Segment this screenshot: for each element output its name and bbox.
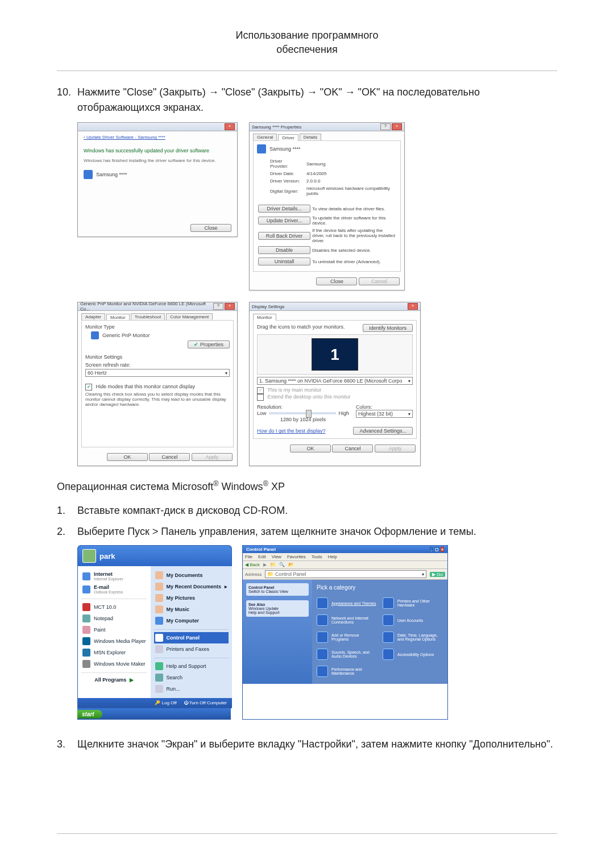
menu-help[interactable]: Help	[327, 554, 337, 559]
start-item-help[interactable]: Help and Support	[154, 661, 229, 672]
best-display-link[interactable]: How do I get the best display?	[257, 428, 326, 434]
cat-sounds[interactable]: Sounds, Speech, and Audio Devices	[317, 646, 377, 662]
monitor-select[interactable]: 1. Samsung **** on NVIDIA GeForce 6600 L…	[257, 377, 413, 385]
folder-icon	[155, 605, 163, 613]
folders-icon[interactable]: 📂	[288, 562, 294, 567]
go-button[interactable]: ▶ Go	[430, 572, 445, 577]
search-icon[interactable]: 🔍	[279, 562, 285, 567]
start-item-mct[interactable]: MCT 10.0	[81, 601, 147, 613]
start-item-music[interactable]: My Music	[154, 604, 229, 615]
tab-monitor[interactable]: Monitor	[253, 314, 276, 321]
ok-button[interactable]: OK	[107, 453, 148, 461]
start-item-email[interactable]: E-mailOutlook Express	[81, 583, 147, 596]
disable-button[interactable]: Disable	[258, 246, 310, 254]
tab-driver[interactable]: Driver	[278, 134, 298, 141]
properties-button[interactable]: ✔ Properties	[188, 340, 230, 348]
windows-update-link[interactable]: Windows Update	[248, 607, 279, 610]
start-item-printers[interactable]: Printers and Faxes	[154, 643, 229, 655]
cancel-button[interactable]: Cancel	[332, 445, 373, 452]
start-item-control-panel[interactable]: Control Panel	[154, 632, 229, 643]
help-support-link[interactable]: Help and Support	[248, 610, 279, 614]
chevron-right-icon: ▸	[225, 584, 227, 589]
driver-details-button[interactable]: Driver Details...	[258, 205, 310, 213]
step-3: 3. Щелкните значок "Экран" и выберите вк…	[57, 737, 557, 752]
identify-monitors-button[interactable]: Identify Monitors	[363, 324, 413, 332]
cat-appearance[interactable]: Appearance and Themes	[317, 595, 377, 611]
tab-details[interactable]: Details	[300, 134, 321, 140]
close-button[interactable]: Close	[190, 224, 231, 232]
printers-icon	[383, 597, 394, 609]
step-2-text: Выберите Пуск > Панель управления, затем…	[77, 524, 557, 539]
monitor-preview[interactable]: 1	[312, 338, 358, 371]
address-bar[interactable]: 📁 Control Panel▾	[265, 570, 426, 578]
start-all-programs[interactable]: All Programs ▶	[81, 675, 147, 684]
monitor-icon	[84, 170, 93, 179]
start-item-pictures[interactable]: My Pictures	[154, 592, 229, 604]
menu-favorites[interactable]: Favorites	[287, 554, 306, 559]
hide-modes-checkbox[interactable]: ✔	[85, 384, 92, 391]
start-item-notepad[interactable]: Notepad	[81, 613, 147, 624]
start-item-run[interactable]: Run...	[154, 683, 229, 695]
rollback-driver-button[interactable]: Roll Back Driver	[258, 232, 310, 240]
close-icon[interactable]: ×	[225, 123, 235, 130]
colors-select[interactable]: Highest (32 bit)▾	[356, 410, 413, 418]
cat-accessibility[interactable]: Accessibility Options	[383, 646, 443, 662]
start-item-msn[interactable]: MSN Explorer	[81, 647, 147, 658]
update-driver-button[interactable]: Update Driver...	[258, 217, 310, 225]
logoff-button[interactable]: 🔑 Log Off	[155, 700, 176, 705]
start-item-wmm[interactable]: Windows Movie Maker	[81, 658, 147, 670]
label: Digital Signer:	[269, 185, 305, 197]
breadcrumb[interactable]: ‹ Update Driver Software - Samsung ****	[84, 135, 231, 140]
desc: Disables the selected device.	[312, 245, 396, 255]
cat-addremove[interactable]: Add or Remove Programs	[317, 629, 377, 645]
tab-general[interactable]: General	[253, 134, 277, 140]
menu-file[interactable]: File	[245, 554, 252, 559]
cancel-button[interactable]: Cancel	[149, 453, 190, 461]
start-item-internet[interactable]: InternetInternet Explorer	[81, 570, 147, 583]
start-button[interactable]: start	[77, 710, 102, 719]
cat-users[interactable]: User Accounts	[383, 612, 443, 628]
tab-color-management[interactable]: Color Management	[166, 313, 213, 320]
menu-tools[interactable]: Tools	[312, 554, 322, 559]
close-icon[interactable]: ×	[392, 123, 402, 130]
cat-performance[interactable]: Performance and Maintenance	[317, 663, 377, 679]
close-icon[interactable]: ×	[441, 547, 444, 552]
colors-label: Colors:	[356, 404, 413, 410]
close-button[interactable]: Close	[316, 277, 357, 285]
back-button[interactable]: ◀ Back	[245, 562, 260, 567]
cat-datetime[interactable]: Date, Time, Language, and Regional Optio…	[383, 629, 443, 645]
refresh-rate-select[interactable]: 60 Hertz▾	[85, 369, 230, 377]
ok-button[interactable]: OK	[290, 445, 331, 452]
tab-troubleshoot[interactable]: Troubleshoot	[131, 313, 165, 320]
resolution-slider[interactable]	[269, 412, 337, 414]
value: 2.0.0.0	[306, 178, 396, 184]
update-success-subtext: Windows has finished installing the driv…	[84, 158, 231, 163]
step-3-num: 3.	[57, 737, 77, 752]
switch-classic-link[interactable]: Switch to Classic View	[248, 589, 288, 593]
advanced-settings-button[interactable]: Advanced Settings...	[353, 427, 413, 435]
maximize-icon[interactable]: ▢	[434, 547, 439, 552]
minimize-icon[interactable]: _	[430, 547, 433, 552]
start-item-recent[interactable]: My Recent Documents ▸	[154, 581, 229, 592]
cat-network[interactable]: Network and Internet Connections	[317, 612, 377, 628]
cat-printers[interactable]: Printers and Other Hardware	[383, 595, 443, 611]
side-panel: Control Panel Switch to Classic View See…	[243, 580, 312, 684]
close-icon[interactable]: ×	[408, 303, 418, 310]
start-item-search[interactable]: Search	[154, 672, 229, 683]
resolution-label: Resolution:	[257, 404, 349, 410]
apply-button: Apply	[192, 453, 233, 461]
help-icon[interactable]: ?	[213, 303, 223, 310]
close-icon[interactable]: ×	[225, 303, 235, 310]
up-icon[interactable]: 📁	[270, 562, 276, 567]
ie-icon	[82, 572, 90, 580]
start-item-wmp[interactable]: Windows Media Player	[81, 636, 147, 647]
start-item-paint[interactable]: Paint	[81, 624, 147, 636]
menu-view[interactable]: View	[272, 554, 281, 559]
help-icon[interactable]: ?	[380, 123, 391, 130]
start-item-mycomputer[interactable]: My Computer	[154, 615, 229, 626]
uninstall-button[interactable]: Uninstall	[258, 258, 310, 265]
shutdown-button[interactable]: ⏻ Turn Off Computer	[184, 700, 227, 705]
tab-adapter[interactable]: Adapter	[81, 313, 105, 320]
start-item-mydocs[interactable]: My Documents	[154, 570, 229, 581]
menu-edit[interactable]: Edit	[258, 554, 266, 559]
